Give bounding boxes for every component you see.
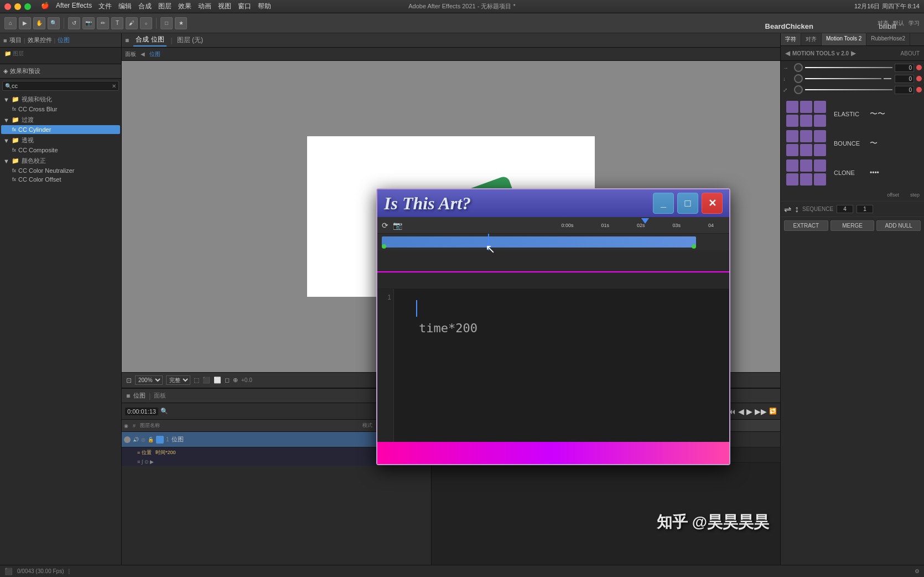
tree-item-composite[interactable]: fx CC Composite [1,146,120,154]
minimize-button[interactable] [14,3,21,10]
expr-editor-content[interactable]: time*200 [394,289,729,442]
effects-search-container[interactable]: 🔍 ✕ [2,81,119,91]
menu-help[interactable]: 帮助 [258,2,271,11]
effects-search-input[interactable] [12,83,112,89]
tree-item-offset[interactable]: fx CC Color Offset [1,175,120,184]
purple-grid-elastic[interactable] [786,101,826,127]
purple-grid-clone[interactable] [786,159,826,186]
search-icon2[interactable]: 🔍 [160,408,168,415]
menu-bar[interactable]: 🍎 After Effects 文件 编辑 合成 图层 效果 动画 视图 窗口 … [41,2,271,11]
clone-cell-2[interactable] [800,159,812,172]
view-left-arrow[interactable]: ◀ [141,51,145,57]
menu-layer[interactable]: 图层 [158,2,172,11]
clone-cell-6[interactable] [814,173,826,186]
step-fwd-btn[interactable]: ▶▶ [755,407,767,416]
layer-vis-toggle[interactable] [124,436,131,443]
expr-track-row[interactable] [377,234,729,250]
expr-maximize-button[interactable]: □ [677,193,698,214]
menu-view[interactable]: 视图 [218,2,231,11]
purple-grid-bounce[interactable] [786,130,826,156]
menu-animate[interactable]: 动画 [198,2,211,11]
layer-solo[interactable]: ◎ [141,437,146,442]
view-panel-btn[interactable]: 面板 [125,50,136,58]
expr-close-button[interactable]: ✕ [702,193,723,214]
expression-dialog[interactable]: Is This Art? _ □ ✕ ⟳ 📷 0:00s 01s [376,188,730,465]
right-panel-tabs[interactable]: 字符 对齐 Motion Tools 2 RubberHose2 [781,33,924,46]
viewer-icon2[interactable]: ⬛ [203,377,210,384]
zoom-select[interactable]: 200%100%50% [135,375,163,385]
tree-item-cylinder[interactable]: fx CC Cylinder [1,125,120,134]
purple-cell-3[interactable] [814,101,826,113]
clone-cell-3[interactable] [814,159,826,172]
clone-cell-5[interactable] [800,173,812,186]
paint-tool[interactable]: ⬦ [140,17,152,29]
comp-tab-active[interactable]: 合成 位图 [133,34,166,47]
bounce-cell-2[interactable] [800,130,812,142]
menu-compose[interactable]: 合成 [138,2,152,11]
pen-tool[interactable]: ✏ [97,17,109,29]
x-circle[interactable] [794,63,803,72]
viewer-icon4[interactable]: ◻ [225,377,230,384]
step-back-btn[interactable]: ◀ [738,407,744,416]
tab-motion-tools[interactable]: Motion Tools 2 [822,33,866,45]
y-value-input[interactable] [895,75,914,83]
purple-cell-5[interactable] [800,115,812,127]
maximize-button[interactable] [24,3,31,10]
step-value-input[interactable] [856,205,873,213]
quality-select[interactable]: 完整一半 [166,375,190,385]
current-time-display[interactable]: 0:00:01:13 [125,408,158,415]
menu-apple[interactable]: 🍎 [41,2,49,11]
tree-item-crossblur[interactable]: fx CC Cross Blur [1,105,120,114]
view-bitmap-active[interactable]: 位图 [149,50,160,58]
layer-audio[interactable]: 🔊 [133,437,139,442]
bounce-cell-4[interactable] [786,144,798,156]
tree-group-video-label[interactable]: ▼ 📁 视频和锐化 [1,94,120,105]
x-value-input[interactable] [895,64,914,72]
z-value-input[interactable] [895,86,914,94]
tree-group-transition-label[interactable]: ▼ 📁 过渡 [1,115,120,125]
menu-effect[interactable]: 效果 [178,2,191,11]
clone-cell-4[interactable] [786,173,798,186]
camera-tool[interactable]: 📷 [82,17,95,29]
purple-cell-6[interactable] [814,115,826,127]
viewer-snap-icon[interactable]: ⊡ [126,377,132,384]
loop-btn[interactable]: 🔁 [769,408,777,415]
tree-group-perspective-label[interactable]: ▼ 📁 透视 [1,135,120,146]
bounce-cell-5[interactable] [800,144,812,156]
tab-rubberhose[interactable]: RubberHose2 [866,33,910,45]
select-tool[interactable]: ▶ [19,17,31,29]
menu-file[interactable]: 文件 [98,2,112,11]
purple-cell-4[interactable] [786,115,798,127]
menu-app[interactable]: After Effects [56,2,92,11]
clone-cell-1[interactable] [786,159,798,172]
seq-value-input[interactable] [837,205,853,213]
layer-lock[interactable]: 🔓 [148,437,154,442]
expr-minimize-button[interactable]: _ [653,193,674,214]
viewer-icon1[interactable]: ⬚ [194,377,199,384]
add-null-button[interactable]: ADD NULL [876,220,921,231]
merge-button[interactable]: MERGE [830,220,875,231]
z-circle[interactable] [794,85,803,94]
layer-tab[interactable]: 图层 (无) [177,35,203,45]
puppet-tool[interactable]: ★ [175,17,187,29]
tree-item-neutralizer[interactable]: fx CC Color Neutralizer [1,166,120,175]
viewer-icon5[interactable]: ⊕ [233,377,238,384]
brush-tool[interactable]: 🖌 [126,17,138,29]
rotate-tool[interactable]: ↺ [68,17,80,29]
play-btn[interactable]: ▶ [746,407,752,416]
nav-left[interactable]: ◀ [785,49,790,57]
bitmap-tab[interactable]: 位图 [58,36,70,44]
home-btn[interactable]: ⌂ [4,17,17,29]
bounce-cell-3[interactable] [814,130,826,142]
viewer-icon3[interactable]: ⬜ [214,377,221,384]
purple-cell-2[interactable] [800,101,812,113]
tab-zifu[interactable]: 字符 [781,33,801,45]
y-circle[interactable] [794,74,803,83]
expr-camera-icon[interactable]: 📷 [393,221,402,230]
menu-edit[interactable]: 编辑 [118,2,132,11]
tab-duiqi[interactable]: 对齐 [801,33,822,45]
expr-editor-area[interactable]: 1 time*200 [377,289,729,442]
about-button[interactable]: ABOUT [901,50,920,56]
expr-loop-icon[interactable]: ⟳ [382,221,388,230]
menu-window[interactable]: 窗口 [238,2,251,11]
